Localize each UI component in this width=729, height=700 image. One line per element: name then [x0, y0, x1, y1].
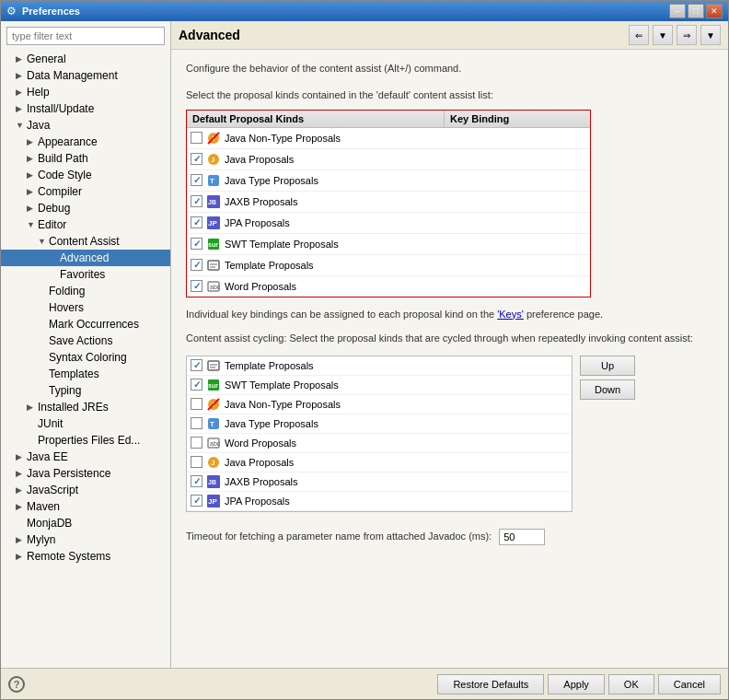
tree-item-junit[interactable]: JUnit [1, 415, 170, 432]
tree-item-install-update[interactable]: ▶Install/Update [1, 100, 170, 117]
tree-item-templates[interactable]: Templates [1, 366, 170, 382]
cycle-buttons: Up Down [580, 356, 635, 512]
tree-item-hovers[interactable]: Hovers [1, 299, 170, 316]
proposal-checkbox[interactable] [191, 153, 202, 165]
tree-item-folding[interactable]: Folding [1, 283, 170, 299]
cycle-checkbox[interactable] [191, 379, 202, 391]
tree-item-build-path[interactable]: ▶Build Path [1, 150, 170, 167]
down-button[interactable]: Down [580, 379, 635, 400]
panel-content: Configure the behavior of the content as… [171, 50, 728, 668]
maximize-button[interactable]: □ [688, 4, 704, 18]
cycle-checkbox[interactable] [191, 495, 202, 507]
apply-button[interactable]: Apply [548, 674, 605, 694]
tree-item-appearance[interactable]: ▶Appearance [1, 134, 170, 150]
tree-item-java-persistence[interactable]: ▶Java Persistence [1, 465, 170, 482]
cycle-checkbox[interactable] [191, 398, 202, 410]
tree-item-code-style[interactable]: ▶Code Style [1, 167, 170, 183]
up-button[interactable]: Up [580, 356, 635, 376]
tree-item-typing[interactable]: Typing [1, 382, 170, 399]
help-button[interactable]: ? [8, 676, 25, 693]
tree-arrow-icon: ▼ [16, 121, 25, 130]
word-cycle-icon: abc [206, 436, 221, 450]
filter-input[interactable] [6, 27, 165, 45]
tree-item-label: Maven [27, 500, 60, 513]
tree-item-compiler[interactable]: ▶Compiler [1, 183, 170, 200]
java-icon: J [206, 152, 221, 167]
tree-item-favorites[interactable]: Favorites [1, 266, 170, 283]
tree-item-maven[interactable]: ▶Maven [1, 498, 170, 515]
tree-item-java-ee[interactable]: ▶Java EE [1, 449, 170, 465]
minimize-button[interactable]: – [669, 4, 686, 18]
tree-item-advanced[interactable]: Advanced [1, 250, 170, 266]
cycle-description: Content assist cycling: Select the propo… [186, 331, 713, 346]
tree-item-editor[interactable]: ▼Editor [1, 216, 170, 233]
tree-item-properties-files-editor[interactable]: Properties Files Ed... [1, 432, 170, 449]
proposal-cell: JJava Proposals [187, 150, 445, 169]
cycle-row: surSWT Template Proposals [187, 376, 572, 395]
tree-item-label: Mylyn [27, 533, 55, 546]
tree-item-javascript[interactable]: ▶JavaScript [1, 482, 170, 498]
proposal-label: JPA Proposals [225, 217, 290, 228]
more-button[interactable]: ▼ [700, 25, 721, 45]
cycle-row: JJava Proposals [187, 453, 572, 472]
proposal-checkbox[interactable] [191, 132, 202, 144]
tree-item-content-assist[interactable]: ▼Content Assist [1, 233, 170, 250]
word-icon: abc [206, 279, 221, 294]
tree-item-general[interactable]: ▶General [1, 51, 170, 67]
tree-item-label: Installed JREs [38, 401, 109, 414]
ok-button[interactable]: OK [608, 674, 654, 694]
tree-arrow-icon: ▶ [27, 154, 36, 163]
proposal-cell: JJava Non-Type Proposals [187, 129, 445, 147]
table-row: TJava Type Proposals [187, 170, 590, 192]
tree-item-java[interactable]: ▼Java [1, 117, 170, 134]
proposal-checkbox[interactable] [191, 280, 202, 292]
tree-item-remote-systems[interactable]: ▶Remote Systems [1, 548, 170, 565]
right-panel: Advanced ⇐ ▼ ⇒ ▼ Configure the behavior … [171, 21, 728, 668]
proposal-checkbox[interactable] [191, 195, 202, 207]
tree-arrow-icon: ▶ [27, 204, 36, 213]
window-controls: – □ ✕ [669, 4, 723, 18]
cancel-button[interactable]: Cancel [658, 674, 721, 694]
cycle-label: Java Proposals [225, 457, 294, 468]
tree-item-label: Install/Update [27, 102, 94, 115]
cycle-checkbox[interactable] [191, 475, 202, 487]
proposal-table: Default Proposal Kinds Key Binding JJava… [186, 110, 591, 298]
tree-item-label: Help [27, 86, 50, 99]
tree-item-mylyn[interactable]: ▶Mylyn [1, 531, 170, 548]
proposal-checkbox[interactable] [191, 259, 202, 271]
proposal-label: Java Type Proposals [225, 175, 318, 186]
proposal-checkbox[interactable] [191, 174, 202, 186]
cycle-checkbox[interactable] [191, 456, 202, 468]
cycle-checkbox[interactable] [191, 359, 202, 371]
tree-item-debug[interactable]: ▶Debug [1, 200, 170, 216]
tree-item-installed-jres[interactable]: ▶Installed JREs [1, 399, 170, 415]
title-bar: ⚙ Preferences – □ ✕ [1, 1, 728, 21]
tree-item-syntax-coloring[interactable]: Syntax Coloring [1, 349, 170, 366]
timeout-input[interactable] [499, 529, 545, 545]
tree-item-monjadb[interactable]: MonjaDB [1, 515, 170, 531]
tree-item-label: Debug [38, 202, 70, 215]
proposal-checkbox[interactable] [191, 238, 202, 250]
close-button[interactable]: ✕ [706, 4, 723, 18]
dropdown-arrow[interactable]: ▼ [653, 25, 673, 45]
keys-link[interactable]: 'Keys' [497, 309, 524, 320]
proposal-label: JAXB Proposals [225, 196, 297, 207]
tree-item-data-management[interactable]: ▶Data Management [1, 67, 170, 84]
tree-arrow-icon: ▶ [27, 170, 36, 180]
proposal-checkbox[interactable] [191, 216, 202, 228]
tree-arrow-icon: ▶ [16, 552, 25, 561]
tree-item-help[interactable]: ▶Help [1, 84, 170, 100]
restore-defaults-button[interactable]: Restore Defaults [437, 674, 544, 694]
tree-item-label: Save Actions [49, 334, 112, 347]
table-header: Default Proposal Kinds Key Binding [187, 111, 590, 128]
forward-button[interactable]: ⇒ [677, 25, 697, 45]
tree-arrow-icon: ▶ [16, 88, 25, 97]
tree-item-mark-occurrences[interactable]: Mark Occurrences [1, 316, 170, 332]
tree-arrow-icon: ▶ [27, 402, 36, 412]
back-button[interactable]: ⇐ [629, 25, 649, 45]
keybinding-cell [445, 285, 590, 288]
cycle-checkbox[interactable] [191, 437, 202, 449]
cycle-checkbox[interactable] [191, 417, 202, 429]
tree-item-save-actions[interactable]: Save Actions [1, 332, 170, 349]
cycle-label: SWT Template Proposals [225, 379, 339, 391]
